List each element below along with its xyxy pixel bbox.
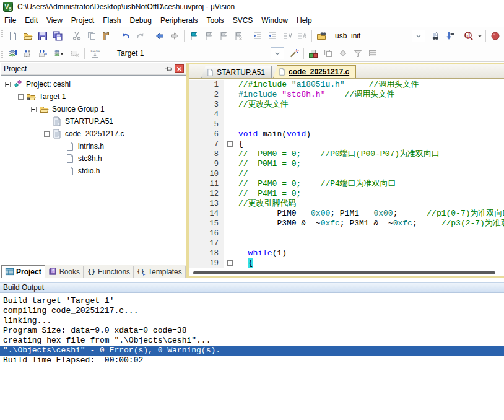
expand-collapse-icon[interactable] [18, 94, 24, 100]
expand-collapse-icon[interactable] [5, 82, 11, 87]
menu-window[interactable]: Window [257, 14, 292, 27]
nav-back-button[interactable] [152, 29, 167, 43]
uncomment-sel-button[interactable] [295, 29, 310, 43]
pin-icon[interactable] [163, 64, 173, 74]
inc-find-button[interactable] [442, 29, 457, 43]
menu-flash[interactable]: Flash [98, 14, 125, 27]
bookmark-next-button[interactable] [216, 29, 231, 43]
indent-button[interactable] [250, 29, 265, 43]
panel-tab-templates[interactable]: {}Templates [134, 266, 186, 278]
tree-item-stdio-h[interactable]: stdio.h [1, 165, 186, 177]
wand-button[interactable] [287, 46, 302, 60]
red-ball-button[interactable] [488, 29, 503, 43]
build-output-line[interactable]: Build Time Elapsed: 00:00:02 [0, 356, 504, 365]
menu-file[interactable]: File [0, 14, 20, 27]
build-output-line[interactable]: Build target 'Target 1' [0, 296, 504, 306]
save-all-button[interactable] [50, 29, 65, 43]
tree-item-startup-a51[interactable]: STARTUP.A51 [1, 115, 186, 128]
build-output-line[interactable]: linking... [0, 316, 504, 326]
tree-item-code-20251217-c[interactable]: code_20251217.c [1, 128, 186, 140]
svg-text:d: d [467, 32, 471, 39]
panel-tab-books[interactable]: ?Books [45, 266, 84, 278]
menu-help[interactable]: Help [292, 14, 316, 27]
components-button[interactable] [306, 46, 321, 60]
menu-tools[interactable]: Tools [202, 14, 228, 27]
toolbar-separator [150, 30, 150, 42]
translate-button[interactable] [6, 46, 20, 60]
tree-item-source-group-1[interactable]: Source Group 1 [1, 103, 186, 115]
target-dropdown-button[interactable] [271, 47, 284, 59]
load-button[interactable]: LOAD [87, 46, 104, 60]
tree-item-label: stc8h.h [78, 154, 102, 163]
toolbar-grip[interactable] [1, 30, 3, 42]
search-d-button[interactable]: d [461, 29, 476, 43]
paste-button[interactable] [99, 29, 114, 43]
menu-edit[interactable]: Edit [20, 14, 42, 27]
editor-window: STARTUP.A51code_20251217.c 1//#include "… [186, 63, 504, 278]
menu-svcs[interactable]: SVCS [228, 14, 258, 27]
build-output-line[interactable]: creating hex file from ".\Objects\ceshi"… [0, 336, 504, 346]
editor-tab-startup-a51[interactable]: STARTUP.A51 [201, 66, 272, 78]
find-in-files-button[interactable] [427, 29, 442, 43]
build-output-line[interactable]: ".\Objects\ceshi" - 0 Error(s), 0 Warnin… [0, 346, 504, 356]
scrollbar-thumb[interactable] [193, 271, 495, 274]
build-output-line[interactable]: Program Size: data=9.0 xdata=0 code=38 [0, 326, 504, 336]
search-value: usb_init [335, 32, 360, 40]
fold-icon[interactable] [227, 260, 233, 266]
tree-item-stc8h-h[interactable]: stc8h.h [1, 152, 186, 165]
copy-button[interactable] [84, 29, 99, 43]
menu-peripherals[interactable]: Peripherals [156, 14, 202, 27]
nav-forward-button[interactable] [167, 29, 182, 43]
menu-view[interactable]: View [42, 14, 67, 27]
horizontal-scrollbar[interactable] [189, 269, 504, 276]
bookmark-prev-button[interactable] [201, 29, 216, 43]
win-stack-button[interactable] [321, 46, 336, 60]
fold-icon[interactable] [227, 141, 233, 147]
find-book-button[interactable] [314, 29, 329, 43]
build-output-line[interactable]: compiling code_20251217.c... [0, 306, 504, 316]
code-editor[interactable]: 1//#include "ai8051u.h" //调用头文件2#include… [189, 79, 504, 268]
tree-item-label: code_20251217.c [65, 129, 124, 138]
target-select-combobox[interactable]: Target 1 [108, 46, 284, 60]
tree-item-target-1[interactable]: Target 1 [1, 90, 186, 103]
panel-tab-project[interactable]: Project [1, 265, 45, 278]
build-button[interactable] [20, 46, 35, 60]
menu-debug[interactable]: Debug [126, 14, 156, 27]
build-output[interactable]: Build target 'Target 1'compiling code_20… [0, 294, 504, 420]
caret-button[interactable] [476, 29, 484, 43]
save-button[interactable] [35, 29, 50, 43]
editor-tab-code-20251217-c[interactable]: code_20251217.c [273, 65, 356, 78]
rebuild-button[interactable] [35, 46, 50, 60]
open-folder-button[interactable] [20, 29, 35, 43]
stop-build-button[interactable] [67, 46, 82, 60]
batch-build-button[interactable] [50, 46, 67, 60]
file-icon [52, 129, 62, 139]
line-number: 18 [189, 248, 224, 258]
toolbar-grip-2[interactable] [1, 48, 3, 59]
comment-sel-button[interactable] [280, 29, 295, 43]
funnel-button[interactable] [350, 46, 365, 60]
expand-collapse-icon[interactable] [31, 107, 37, 112]
new-file-button[interactable] [6, 29, 20, 43]
menu-project[interactable]: Project [67, 14, 98, 27]
diamond-button[interactable] [336, 46, 350, 60]
undo-button[interactable] [118, 29, 133, 43]
cut-button[interactable] [69, 29, 84, 43]
bookmark-clear-button[interactable] [231, 29, 246, 43]
tree-item-label: Project: ceshi [26, 80, 71, 89]
close-icon[interactable] [175, 64, 184, 73]
tree-item-intrins-h[interactable]: intrins.h [1, 140, 186, 152]
function-search-combobox[interactable]: usb_init [329, 32, 412, 40]
file-icon [52, 116, 62, 126]
mesh-button[interactable] [365, 46, 380, 60]
expand-collapse-icon[interactable] [44, 131, 50, 137]
bookmark-button[interactable] [186, 29, 201, 43]
panel-tab-label: Books [59, 268, 80, 276]
outdent-button[interactable] [265, 29, 280, 43]
tree-item-project-ceshi[interactable]: Project: ceshi [1, 78, 186, 90]
svg-text:5: 5 [9, 7, 12, 11]
toolbar-separator [248, 30, 248, 42]
panel-tab-functions[interactable]: {}Functions [84, 266, 134, 278]
redo-button[interactable] [133, 29, 148, 43]
search-dropdown-button[interactable] [412, 30, 425, 42]
